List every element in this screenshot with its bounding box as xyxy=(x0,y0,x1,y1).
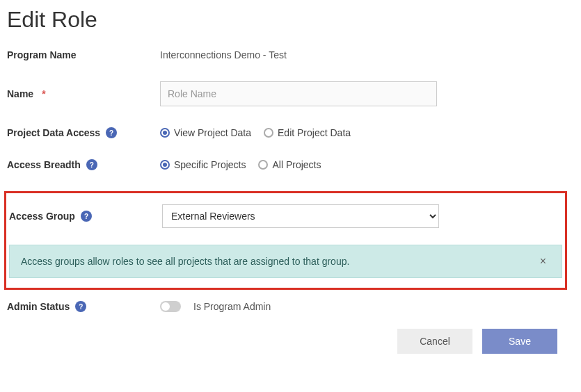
help-icon[interactable]: ? xyxy=(86,159,97,170)
radio-edit-project-data[interactable]: Edit Project Data xyxy=(264,127,351,138)
access-group-info-banner: Access groups allow roles to see all pro… xyxy=(9,245,562,278)
row-name: Name* xyxy=(7,81,574,106)
admin-toggle-label: Is Program Admin xyxy=(193,301,271,312)
help-icon[interactable]: ? xyxy=(106,127,117,138)
page-title: Edit Role xyxy=(7,7,574,33)
button-row: Cancel Save xyxy=(7,329,574,354)
cancel-button[interactable]: Cancel xyxy=(397,329,472,354)
radio-circle-icon xyxy=(258,160,268,170)
row-access-breadth: Access Breadth ? Specific Projects All P… xyxy=(7,159,574,170)
info-banner-text: Access groups allow roles to see all pro… xyxy=(21,256,349,267)
help-icon[interactable]: ? xyxy=(75,301,86,312)
label-program-name: Program Name xyxy=(7,49,160,60)
row-project-data-access: Project Data Access ? View Project Data … xyxy=(7,127,574,138)
radio-dot-icon xyxy=(160,128,170,138)
radio-view-project-data[interactable]: View Project Data xyxy=(160,127,251,138)
name-input[interactable] xyxy=(160,81,437,106)
radio-circle-icon xyxy=(264,128,273,138)
help-icon[interactable]: ? xyxy=(81,211,92,222)
radio-all-projects[interactable]: All Projects xyxy=(258,159,321,170)
row-access-group: Access Group ? External Reviewers xyxy=(6,204,565,228)
edit-role-page: Edit Role Program Name Interconnections … xyxy=(0,0,581,368)
radio-dot-icon xyxy=(160,160,170,170)
admin-toggle[interactable] xyxy=(160,301,181,312)
radio-specific-projects[interactable]: Specific Projects xyxy=(160,159,246,170)
access-group-highlight: Access Group ? External Reviewers Access… xyxy=(4,191,567,290)
row-program-name: Program Name Interconnections Demo - Tes… xyxy=(7,49,574,60)
access-group-select[interactable]: External Reviewers xyxy=(162,204,439,228)
save-button[interactable]: Save xyxy=(482,329,557,354)
required-asterisk: * xyxy=(42,88,45,99)
close-icon[interactable]: × xyxy=(536,255,550,268)
label-admin-status: Admin Status ? xyxy=(7,301,160,312)
label-name: Name* xyxy=(7,88,160,99)
label-project-data-access: Project Data Access ? xyxy=(7,127,160,138)
label-access-group: Access Group ? xyxy=(9,211,162,222)
label-access-breadth: Access Breadth ? xyxy=(7,159,160,170)
value-program-name: Interconnections Demo - Test xyxy=(160,49,574,60)
row-admin-status: Admin Status ? Is Program Admin xyxy=(7,301,574,312)
